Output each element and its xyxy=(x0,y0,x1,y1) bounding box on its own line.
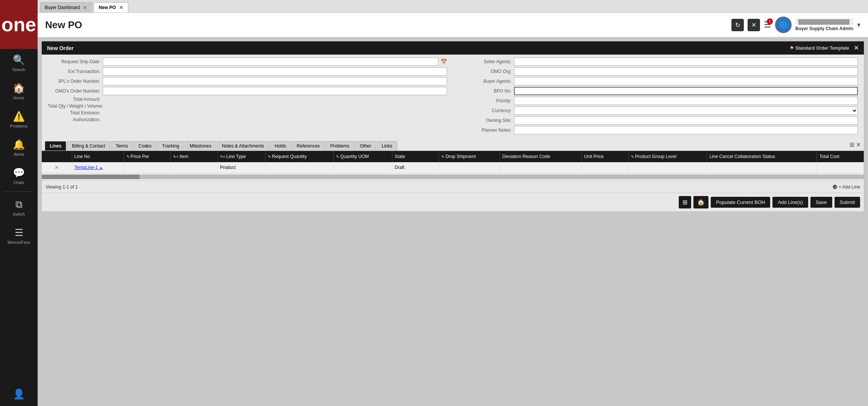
form-grid: Request Ship Date: 📅 Ext Transaction: 3P… xyxy=(42,55,864,139)
cell-item[interactable] xyxy=(171,162,217,173)
sidebar-item-chats[interactable]: 💬 Chats xyxy=(0,162,38,190)
label-omo-org: OMO Org: xyxy=(459,69,512,74)
add-line-button[interactable]: ⊕ + Add Line xyxy=(832,183,860,190)
cell-request-qty[interactable] xyxy=(265,162,334,173)
viewing-count: Viewing 1-1 of 1 xyxy=(46,184,78,190)
tab-buyer-dashboard[interactable]: Buyer Dashboard ✕ xyxy=(40,2,92,12)
profile-icon: 👤 xyxy=(13,388,25,400)
input-buyer-agents[interactable] xyxy=(514,77,858,85)
subtab-terms[interactable]: Terms xyxy=(111,141,133,151)
sidebar-label-chats: Chats xyxy=(14,180,24,185)
tab-new-po[interactable]: New PO ✕ xyxy=(94,2,128,12)
col-delete xyxy=(42,151,72,162)
cell-delete[interactable]: ✕ xyxy=(42,162,72,173)
close-button[interactable]: ✕ xyxy=(748,19,760,31)
col-total-cost: Total Cost xyxy=(817,151,864,162)
save-button[interactable]: Save xyxy=(810,197,832,208)
subtab-milestones[interactable]: Milestones xyxy=(185,141,216,151)
input-priority[interactable] xyxy=(514,97,858,105)
refresh-button[interactable]: ↻ xyxy=(731,19,744,31)
cell-qty-uom[interactable] xyxy=(334,162,392,173)
col-state: State xyxy=(392,151,439,162)
cell-line-no[interactable]: TempLine-1 ▲ xyxy=(72,162,124,173)
field-total-qty: Total Qty / Weight / Volume: xyxy=(48,103,447,109)
cell-cancel-status xyxy=(707,162,817,173)
subtab-billing-contact[interactable]: Billing & Contact xyxy=(67,141,110,151)
template-link[interactable]: ⚑ Standard Order Template xyxy=(790,46,849,51)
user-dropdown-arrow[interactable]: ▾ xyxy=(857,21,860,29)
subtab-codes[interactable]: Codes xyxy=(134,141,157,151)
populate-boh-button[interactable]: Populate Current BOH xyxy=(711,197,770,208)
menus-icon: ☰ xyxy=(15,227,23,239)
calculator-button[interactable]: ⊞ xyxy=(679,196,691,208)
form-left-col: Request Ship Date: 📅 Ext Transaction: 3P… xyxy=(42,58,453,136)
input-bpo-no[interactable] xyxy=(514,87,858,95)
col-line-type: ✎+Line Type xyxy=(217,151,265,162)
row-delete-button[interactable]: ✕ xyxy=(55,164,59,170)
home-action-button[interactable]: 🏠 xyxy=(693,196,708,208)
sidebar-item-profile[interactable]: 👤 xyxy=(0,383,38,406)
subtab-holds[interactable]: Holds xyxy=(270,141,291,151)
table-header-row: Line No ✎Price Per ✎+Item ✎+Line Type ✎R… xyxy=(42,151,864,162)
field-priority: Priority: xyxy=(459,97,858,105)
col-qty-uom: ✎Quantity UOM xyxy=(334,151,392,162)
tab-label-new-po: New PO xyxy=(99,5,116,10)
search-icon: 🔍 xyxy=(13,54,25,66)
subtab-notes-attachments[interactable]: Notes & Attachments xyxy=(217,141,269,151)
field-buyer-agents: Buyer Agents: xyxy=(459,77,858,85)
submit-button[interactable]: Submit xyxy=(835,197,860,208)
logo-text: one xyxy=(2,15,36,34)
subtab-links[interactable]: Links xyxy=(377,141,397,151)
user-role: Buyer Supply Chain Admin xyxy=(795,26,853,31)
app-logo[interactable]: one xyxy=(0,0,38,49)
sidebar-item-search[interactable]: 🔍 Search xyxy=(0,49,38,77)
sidebar-label-search: Search xyxy=(12,67,26,72)
panel-close-button[interactable]: ✕ xyxy=(854,44,859,52)
sidebar-item-problems[interactable]: ⚠️ Problems xyxy=(0,105,38,134)
lines-table-container: Line No ✎Price Per ✎+Item ✎+Line Type ✎R… xyxy=(42,151,864,173)
sidebar-item-home[interactable]: 🏠 Home xyxy=(0,77,38,105)
sidebar-item-switch[interactable]: ⧉ Switch xyxy=(0,193,38,222)
input-seller-agents[interactable] xyxy=(514,58,858,66)
sidebar-item-menus[interactable]: ☰ Menus/Favs xyxy=(0,222,38,250)
input-owning-site[interactable] xyxy=(514,116,858,125)
input-omo-order[interactable] xyxy=(103,87,447,95)
page-title: New PO xyxy=(45,19,82,31)
subtab-lines[interactable]: Lines xyxy=(45,141,66,151)
subtab-references[interactable]: References xyxy=(292,141,324,151)
subtab-problems[interactable]: Problems xyxy=(325,141,354,151)
col-unit-price: Unit Price xyxy=(582,151,628,162)
tab-close-buyer-dashboard[interactable]: ✕ xyxy=(83,5,87,11)
input-planner-notes[interactable] xyxy=(514,126,858,134)
sidebar-item-alerts[interactable]: 🔔 Alerts xyxy=(0,134,38,162)
input-request-ship-date[interactable] xyxy=(103,58,438,66)
notification-bell[interactable]: ☰ 1 xyxy=(764,20,771,30)
tab-expand-icon[interactable]: ⊞ xyxy=(850,141,854,151)
select-currency[interactable] xyxy=(514,106,858,115)
label-priority: Priority: xyxy=(459,98,512,103)
panel-title: New Order xyxy=(47,45,74,51)
cell-product-group[interactable] xyxy=(628,162,707,173)
label-authorization: Authorization: xyxy=(48,117,100,122)
tab-bar: Buyer Dashboard ✕ New PO ✕ xyxy=(38,0,868,13)
tab-close-new-po[interactable]: ✕ xyxy=(119,5,123,11)
input-3pl-order[interactable] xyxy=(103,77,447,85)
field-bpo-no: BPO No: xyxy=(459,87,858,95)
scrollbar-thumb[interactable] xyxy=(42,175,140,179)
cell-line-type[interactable]: Product xyxy=(217,162,265,173)
cell-drop-shipment[interactable] xyxy=(439,162,500,173)
calendar-icon[interactable]: 📅 xyxy=(441,59,447,65)
input-omo-org[interactable] xyxy=(514,67,858,76)
add-lines-button[interactable]: Add Line(s) xyxy=(772,197,808,208)
subtab-other[interactable]: Other xyxy=(355,141,376,151)
horizontal-scrollbar[interactable] xyxy=(42,175,864,179)
label-buyer-agents: Buyer Agents: xyxy=(459,79,512,84)
cell-unit-price xyxy=(582,162,628,173)
user-avatar[interactable]: 🌐 xyxy=(775,17,792,33)
cell-price-per[interactable] xyxy=(124,162,170,173)
label-bpo-no: BPO No: xyxy=(459,88,512,94)
subtab-tracking[interactable]: Tracking xyxy=(157,141,184,151)
input-ext-transaction[interactable] xyxy=(103,67,447,76)
tab-label-buyer-dashboard: Buyer Dashboard xyxy=(45,5,80,10)
tab-collapse-icon[interactable]: ✕ xyxy=(856,141,861,151)
